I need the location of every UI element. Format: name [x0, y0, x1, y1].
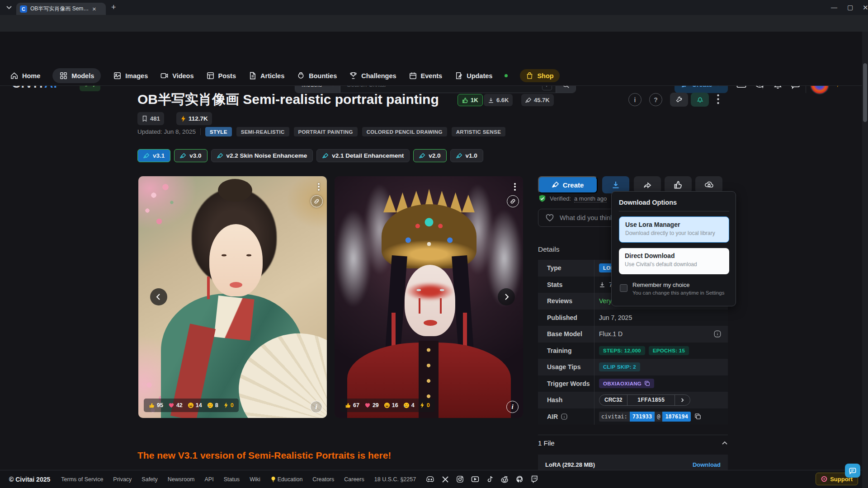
air-info-icon[interactable] — [561, 413, 568, 420]
nav-item-shop[interactable]: Shop — [520, 69, 559, 82]
reaction-zap[interactable]: 0 — [223, 402, 234, 408]
nav-item-bounties[interactable]: Bounties — [297, 71, 337, 80]
reddit-icon[interactable] — [500, 476, 509, 483]
footer-link-creators[interactable]: Creators — [312, 476, 334, 483]
nav-item-events[interactable]: Events — [409, 71, 443, 80]
reaction-heart[interactable]: 29 — [364, 402, 379, 408]
hash-value[interactable]: 1FFA1855 — [627, 395, 675, 405]
discord-icon[interactable] — [426, 476, 434, 483]
tag-chip[interactable]: SEMI-REALISTIC — [236, 127, 289, 136]
reaction-zap[interactable]: 0 — [420, 402, 430, 408]
air-identifier[interactable]: civitai: 731933 @ 1876194 — [599, 412, 691, 422]
copy-icon[interactable] — [644, 380, 650, 386]
footer-link-api[interactable]: API — [205, 476, 214, 483]
reaction-like[interactable]: 67 — [345, 402, 359, 408]
footer-link-wiki[interactable]: Wiki — [250, 476, 260, 483]
bookmarks-badge[interactable]: 481 — [137, 112, 164, 125]
model-image-1[interactable]: 95 42 14 8 0 i — [138, 176, 327, 418]
trigger-word-badge[interactable]: OBXIAOXIANG — [599, 379, 654, 388]
image-link-icon[interactable] — [311, 195, 323, 207]
tag-chip[interactable]: PORTRAIT PAINTING — [294, 127, 358, 136]
reaction-cry[interactable]: 8 — [207, 402, 218, 408]
moderation-hammer-button[interactable] — [670, 93, 688, 107]
footer-link-careers[interactable]: Careers — [344, 476, 364, 483]
version-button-v2-1[interactable]: v2.1 Detail Enhancement — [316, 149, 410, 162]
tab-search-chevron-icon[interactable] — [5, 4, 13, 11]
footer-link-newsroom[interactable]: Newsroom — [168, 476, 195, 483]
chat-fab-button[interactable] — [845, 464, 860, 478]
nav-item-posts[interactable]: Posts — [206, 71, 236, 80]
tag-chip[interactable]: COLORED PENCIL DRAWING — [362, 127, 447, 136]
youtube-icon[interactable] — [471, 476, 479, 483]
likes-badge[interactable]: 1K — [458, 94, 483, 106]
nav-item-challenges[interactable]: Challenges — [349, 71, 396, 80]
sidebar-create-button[interactable]: Create — [538, 176, 598, 193]
nav-item-models[interactable]: Models — [52, 68, 101, 83]
scrollbar-thumb[interactable] — [863, 63, 867, 122]
image-info-button[interactable]: i — [310, 401, 322, 413]
option-direct-download[interactable]: Direct Download Use Civitai's default do… — [619, 248, 729, 274]
browser-tab[interactable]: C OB半写实肖像画 Semi-realisti × — [16, 3, 106, 15]
model-image-2[interactable]: 67 29 16 4 0 i — [335, 176, 523, 418]
category-badge[interactable]: STYLE — [205, 127, 232, 136]
image-link-icon[interactable] — [507, 195, 519, 207]
version-button-v1-0[interactable]: v1.0 — [450, 149, 483, 162]
footer-link-education[interactable]: Education — [270, 476, 303, 483]
info-circle-icon[interactable]: i — [628, 93, 642, 106]
reaction-cry[interactable]: 4 — [403, 402, 415, 408]
generations-badge[interactable]: 45.7K — [521, 94, 554, 106]
instagram-icon[interactable] — [456, 475, 464, 483]
footer-link-privacy[interactable]: Privacy — [113, 476, 132, 483]
shop-bag-icon — [526, 72, 533, 80]
version-button-v3-0[interactable]: v3.0 — [174, 149, 207, 162]
downloads-badge[interactable]: 6.6K — [484, 94, 513, 106]
image-info-button[interactable]: i — [506, 401, 519, 413]
nav-item-updates[interactable]: Updates — [454, 71, 492, 80]
details-title: Details — [538, 245, 559, 253]
remember-choice-checkbox[interactable] — [620, 284, 627, 292]
new-tab-icon[interactable]: + — [111, 3, 116, 11]
hash-expand-chevron-icon[interactable] — [675, 395, 690, 405]
window-minimize-icon[interactable]: — — [831, 4, 837, 11]
version-button-v2-0[interactable]: v2.0 — [413, 149, 446, 162]
nav-item-videos[interactable]: Videos — [160, 71, 193, 80]
image-menu-dots-icon[interactable] — [318, 182, 320, 192]
tag-chip[interactable]: ARTISTIC SENSE — [452, 127, 505, 136]
nav-item-articles[interactable]: Articles — [248, 71, 284, 80]
file-section-header[interactable]: 1 File — [538, 439, 728, 447]
twitch-icon[interactable] — [531, 475, 538, 483]
footer-link-2257[interactable]: 18 U.S.C. §2257 — [374, 476, 416, 483]
nav-item-home[interactable]: Home — [10, 71, 40, 80]
reaction-like[interactable]: 95 — [149, 402, 163, 408]
reaction-heart[interactable]: 42 — [168, 402, 183, 408]
tiktok-icon[interactable] — [486, 475, 493, 483]
nav-item-images[interactable]: Images — [113, 71, 148, 80]
brush-icon — [552, 181, 559, 188]
hash-pill[interactable]: CRC32 1FFA1855 — [599, 394, 690, 406]
carousel-prev-button[interactable] — [150, 288, 167, 305]
base-model-info-icon[interactable] — [713, 330, 722, 338]
version-button-v3-1[interactable]: v3.1 — [137, 149, 170, 162]
tab-close-icon[interactable]: × — [92, 5, 96, 12]
version-button-v2-2[interactable]: v2.2 Skin Noise Enhanceme — [211, 149, 313, 162]
file-download-link[interactable]: Download — [693, 461, 721, 468]
image-menu-dots-icon[interactable] — [514, 182, 516, 192]
window-maximize-icon[interactable]: ▢ — [847, 4, 853, 11]
verified-time[interactable]: a month ago — [574, 195, 607, 202]
carousel-next-button[interactable] — [498, 288, 515, 305]
footer-link-safety[interactable]: Safety — [142, 476, 157, 483]
chevron-up-icon[interactable] — [722, 440, 728, 446]
follow-bell-button[interactable] — [691, 93, 709, 107]
footer-link-status[interactable]: Status — [224, 476, 240, 483]
copy-icon[interactable] — [694, 413, 701, 420]
reaction-laugh[interactable]: 14 — [188, 402, 202, 408]
footer-link-terms[interactable]: Terms of Service — [61, 476, 103, 483]
github-icon[interactable] — [516, 475, 524, 483]
energy-badge[interactable]: 112.7K — [176, 112, 212, 125]
help-circle-icon[interactable]: ? — [649, 93, 662, 106]
x-twitter-icon[interactable] — [442, 476, 449, 483]
reaction-laugh[interactable]: 16 — [384, 402, 398, 408]
more-options-dots-icon[interactable] — [717, 94, 719, 104]
option-use-lora-manager[interactable]: Use Lora Manager Download directly to yo… — [619, 216, 729, 243]
window-close-icon[interactable]: ✕ — [863, 4, 868, 12]
